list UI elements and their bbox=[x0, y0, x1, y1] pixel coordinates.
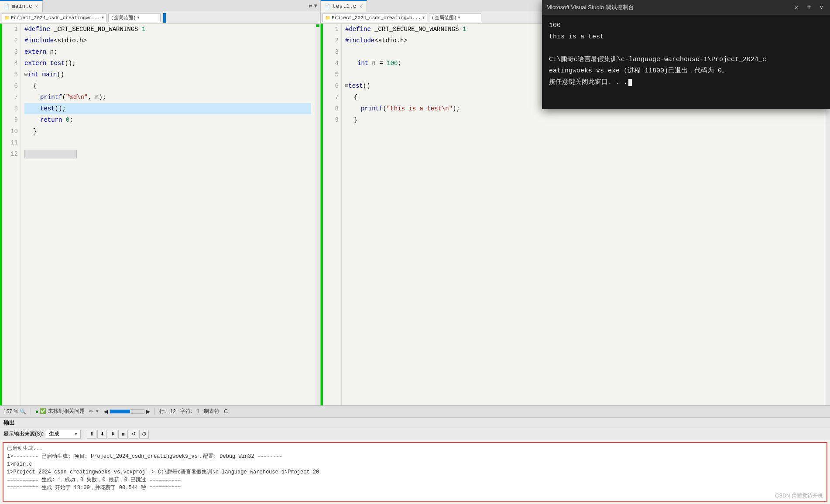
scroll-progress-fill bbox=[110, 410, 130, 413]
status-ok-text: ✅ 未找到相关问题 bbox=[40, 408, 84, 415]
code-line: #define _CRT_SECURE_NO_WARNINGS 1 bbox=[24, 24, 311, 35]
output-line: 1>-------- 已启动生成: 项目: Project_2024_csdn_… bbox=[7, 453, 823, 460]
console-chevron-btn[interactable]: ∨ bbox=[817, 3, 826, 12]
right-change-indicator bbox=[321, 24, 323, 405]
console-line-cursor: 按任意键关闭此窗口. . . bbox=[549, 77, 823, 88]
col-value: 1 bbox=[197, 408, 200, 415]
tab-main-c[interactable]: 📄 main.c ✕ bbox=[0, 0, 43, 12]
line-num: 2 bbox=[5, 35, 18, 46]
right-editor-pane: 📄 test1.c ✕ ⇄ ▼ 📁 Project_2024_csdn_crea… bbox=[321, 0, 830, 405]
zoom-control[interactable]: 157 % 🔍 bbox=[3, 408, 26, 415]
output-btn-down[interactable]: ⬇ bbox=[97, 430, 107, 439]
right-project-label: Project_2024_csdn_creatingwo... bbox=[332, 15, 421, 21]
line-num: 2 bbox=[326, 35, 339, 46]
code-line: } bbox=[345, 114, 821, 126]
console-close-btn[interactable]: ✕ bbox=[792, 3, 801, 12]
code-line: ⊟int main() bbox=[24, 69, 311, 80]
right-project-dropdown[interactable]: 📁 Project_2024_csdn_creatingwo... ▼ bbox=[322, 14, 427, 22]
row-value: 12 bbox=[170, 408, 176, 415]
scroll-progress bbox=[110, 409, 144, 414]
file-icon: 📄 bbox=[3, 3, 10, 9]
row-label: 行: bbox=[159, 408, 166, 415]
console-empty-line bbox=[549, 43, 823, 54]
output-btn-list[interactable]: ≡ bbox=[118, 430, 128, 439]
code-line: extern test(); bbox=[24, 58, 311, 69]
output-source-dropdown[interactable]: 生成 ▼ bbox=[46, 430, 81, 439]
code-line: return 0; bbox=[24, 114, 311, 126]
output-header: 输出 bbox=[0, 418, 830, 428]
left-line-numbers: 1 2 3 4 5 6 7 8 9 10 11 12 bbox=[0, 24, 21, 405]
pane-split-handle[interactable] bbox=[163, 13, 166, 23]
code-line-cursor bbox=[24, 148, 311, 160]
line-num: 3 bbox=[5, 46, 18, 58]
nav-right-btn[interactable]: ▶ bbox=[146, 408, 150, 415]
tab-test1-c[interactable]: 📄 test1.c ✕ bbox=[321, 0, 367, 12]
nav-left-btn[interactable]: ◀ bbox=[104, 408, 108, 415]
output-btn-clock[interactable]: ⏱ bbox=[139, 430, 149, 439]
nav-controls[interactable]: ◀ ▶ bbox=[104, 408, 150, 415]
output-btn-up[interactable]: ⬆ bbox=[87, 430, 96, 439]
right-scope-dropdown[interactable]: (全局范围) ▼ bbox=[429, 14, 481, 22]
source-label: 显示输出来源(S): bbox=[3, 430, 43, 438]
code-line: #include<stdio.h> bbox=[24, 35, 311, 46]
tab-close-btn[interactable]: ✕ bbox=[34, 3, 39, 9]
output-line: ========== 生成 开始于 18:09，并花费了 00.544 秒 ==… bbox=[7, 484, 823, 492]
line-num: 8 bbox=[5, 103, 18, 114]
line-num: 4 bbox=[5, 58, 18, 69]
console-content[interactable]: 100 this is a test C:\鹏哥c语言暑假集训\c-langua… bbox=[542, 15, 830, 109]
change-indicator bbox=[0, 24, 2, 405]
line-num: 12 bbox=[5, 148, 18, 160]
status-bar: 157 % 🔍 ● ✅ 未找到相关问题 ✏ ▼ ◀ ▶ 行: 12 bbox=[0, 405, 830, 417]
line-num: 1 bbox=[326, 24, 339, 35]
edit-controls[interactable]: ✏ ▼ bbox=[89, 408, 99, 415]
tab-dropdown-icon[interactable]: ▼ bbox=[314, 3, 317, 9]
zoom-value: 157 % bbox=[3, 408, 18, 415]
code-line bbox=[24, 137, 311, 148]
tab-split-icon[interactable]: ⇄ bbox=[309, 3, 312, 10]
source-value: 生成 bbox=[49, 430, 59, 438]
left-project-label: Project_2024_csdn_creatingwc... bbox=[11, 15, 100, 21]
console-line: C:\鹏哥c语言暑假集训\c-language-warehouse-1\Proj… bbox=[549, 54, 823, 65]
left-scope-dropdown[interactable]: (全局范围) ▼ bbox=[108, 14, 161, 22]
output-content[interactable]: 已启动生成... 1>-------- 已启动生成: 项目: Project_2… bbox=[3, 442, 827, 502]
edit-icon: ✏ bbox=[89, 408, 93, 415]
line-num: 1 bbox=[5, 24, 18, 35]
line-num: 9 bbox=[5, 114, 18, 126]
left-scrollbar[interactable] bbox=[315, 24, 320, 405]
code-line-highlighted: test(); bbox=[24, 103, 311, 114]
line-num: 5 bbox=[5, 69, 18, 80]
status-divider bbox=[31, 408, 31, 415]
left-scope-label: (全局范围) bbox=[111, 14, 136, 21]
console-add-btn[interactable]: + bbox=[804, 3, 814, 12]
line-num: 9 bbox=[326, 114, 339, 126]
output-line: ========== 生成: 1 成功，0 失败，0 最新，0 已跳过 ====… bbox=[7, 476, 823, 484]
output-btn-down2[interactable]: ⬇ bbox=[108, 430, 117, 439]
right-line-numbers: 1 2 3 4 5 6 7 8 9 bbox=[321, 24, 342, 405]
right-scope-label: (全局范围) bbox=[432, 14, 456, 21]
left-editor-toolbar: 📁 Project_2024_csdn_creatingwc... ▼ (全局范… bbox=[0, 12, 320, 24]
line-num: 7 bbox=[5, 92, 18, 103]
code-line: extern n; bbox=[24, 46, 311, 58]
watermark: CSDN @睡觉待开机 bbox=[775, 492, 823, 500]
checkmark-icon: ● bbox=[35, 408, 38, 415]
left-code-lines[interactable]: #define _CRT_SECURE_NO_WARNINGS 1 #inclu… bbox=[21, 24, 315, 405]
right-tab-label: test1.c bbox=[333, 3, 357, 10]
line-num: 7 bbox=[326, 92, 339, 103]
output-btn-refresh[interactable]: ↺ bbox=[129, 430, 138, 439]
status-ok: ● ✅ 未找到相关问题 bbox=[35, 408, 85, 415]
code-line: { bbox=[24, 80, 311, 92]
left-code-area: 1 2 3 4 5 6 7 8 9 10 11 12 bbox=[0, 24, 320, 405]
line-num: 10 bbox=[5, 126, 18, 137]
output-panel: 输出 显示输出来源(S): 生成 ▼ ⬆ ⬇ ⬇ ≡ ↺ ⏱ bbox=[0, 417, 830, 504]
left-project-dropdown[interactable]: 📁 Project_2024_csdn_creatingwc... ▼ bbox=[2, 14, 106, 22]
zoom-icon: 🔍 bbox=[20, 408, 26, 415]
output-line: 1>main.c bbox=[7, 460, 823, 468]
encoding-label: C bbox=[224, 408, 228, 415]
code-line: printf("%d\n", n); bbox=[24, 92, 311, 103]
status-divider-2 bbox=[154, 408, 155, 415]
output-title: 输出 bbox=[3, 419, 15, 427]
line-num: 4 bbox=[326, 58, 339, 69]
output-line: 1>Project_2024_csdn_creatingwoeks_vs.vcx… bbox=[7, 468, 823, 476]
console-line: this is a test bbox=[549, 31, 823, 43]
right-tab-close-btn[interactable]: ✕ bbox=[359, 3, 364, 9]
